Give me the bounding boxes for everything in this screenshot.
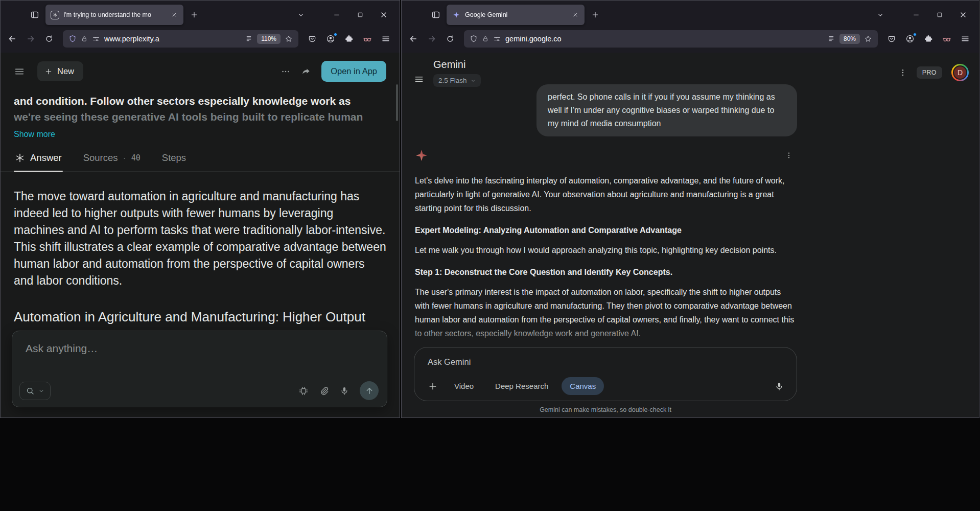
url-bar[interactable]: www.perplexity.a 110% xyxy=(63,30,298,48)
sidebar-menu-button[interactable] xyxy=(14,66,25,77)
sources-count: 40 xyxy=(131,153,141,162)
list-all-tabs-button[interactable] xyxy=(873,7,888,22)
window-controls xyxy=(325,5,395,25)
forward-button[interactable] xyxy=(22,30,39,48)
lock-icon[interactable] xyxy=(81,35,88,42)
add-button[interactable] xyxy=(425,378,441,394)
notification-dot xyxy=(334,33,337,36)
account-avatar[interactable]: D xyxy=(951,64,969,81)
perplexity-favicon-icon xyxy=(51,11,59,19)
perplexity-logo-icon xyxy=(15,153,25,163)
query-line-2: we're seeing these generative AI tools b… xyxy=(14,109,386,125)
chip-deep-research[interactable]: Deep Research xyxy=(487,377,556,395)
list-all-tabs-button[interactable] xyxy=(293,7,309,22)
bookmark-star-icon[interactable] xyxy=(285,35,293,43)
tab-title: I'm trying to understand the mo xyxy=(63,11,165,18)
search-mode-button[interactable] xyxy=(19,382,51,400)
bookmark-star-icon[interactable] xyxy=(864,35,872,43)
browser-tab[interactable]: Google Gemini xyxy=(447,5,585,25)
chip-video[interactable]: Video xyxy=(446,377,482,395)
firefox-view-button[interactable] xyxy=(27,7,42,22)
model-response: Let's delve into the fascinating interpl… xyxy=(415,174,797,340)
pocket-button[interactable] xyxy=(304,30,321,48)
tab-title: Google Gemini xyxy=(465,11,566,18)
zoom-indicator[interactable]: 80% xyxy=(839,34,860,44)
firefox-view-button[interactable] xyxy=(428,7,444,22)
account-button[interactable] xyxy=(322,30,339,48)
navigation-toolbar: www.perplexity.a 110% xyxy=(1,28,400,53)
user-message-bubble: perfect. So phone calls in it if you if … xyxy=(536,84,797,136)
extension-glasses-icon[interactable] xyxy=(359,30,376,48)
permissions-icon[interactable] xyxy=(92,35,100,43)
voice-input-button[interactable] xyxy=(339,386,349,396)
tab-close-button[interactable] xyxy=(169,10,179,20)
close-window-button[interactable] xyxy=(951,5,975,25)
new-tab-button[interactable] xyxy=(186,7,202,22)
extension-glasses-icon[interactable] xyxy=(938,30,955,48)
avatar-letter: D xyxy=(953,65,967,80)
tracking-protection-icon[interactable] xyxy=(68,35,77,43)
back-button[interactable] xyxy=(4,30,21,48)
tracking-protection-icon[interactable] xyxy=(470,35,478,43)
show-more-link[interactable]: Show more xyxy=(14,130,55,139)
navigation-toolbar: gemini.google.co 80% xyxy=(402,28,979,53)
answer-text: The move toward automation in agricultur… xyxy=(1,188,400,289)
pocket-button[interactable] xyxy=(883,30,900,48)
scrollbar-thumb[interactable] xyxy=(396,84,398,121)
new-thread-label: New xyxy=(57,66,74,76)
reload-button[interactable] xyxy=(441,30,459,48)
url-text: gemini.google.co xyxy=(505,35,823,43)
response-options-button[interactable] xyxy=(785,151,793,159)
submit-button[interactable] xyxy=(360,381,379,400)
perplexity-page: New Open in App and condition. Follow ot… xyxy=(1,53,400,417)
url-bar[interactable]: gemini.google.co 80% xyxy=(464,30,878,48)
attach-file-button[interactable] xyxy=(319,386,329,396)
back-button[interactable] xyxy=(405,30,422,48)
app-menu-button[interactable] xyxy=(377,30,394,48)
window-controls xyxy=(904,5,975,25)
permissions-icon[interactable] xyxy=(493,35,501,43)
app-menu-button[interactable] xyxy=(956,30,974,48)
reader-view-icon[interactable] xyxy=(245,35,253,43)
chip-canvas[interactable]: Canvas xyxy=(562,377,604,395)
account-button[interactable] xyxy=(901,30,919,48)
model-select-button[interactable] xyxy=(298,386,309,396)
reader-view-icon[interactable] xyxy=(827,35,835,43)
new-tab-button[interactable] xyxy=(588,7,603,22)
gemini-favicon-icon xyxy=(452,10,461,19)
gemini-sparkle-icon xyxy=(415,149,428,162)
zoom-indicator[interactable]: 110% xyxy=(257,34,281,44)
ask-input[interactable]: Ask anything… xyxy=(12,331,387,355)
input-toolbar xyxy=(19,381,379,400)
response-heading: Expert Modeling: Analyzing Automation an… xyxy=(415,223,797,237)
main-menu-button[interactable] xyxy=(414,74,424,84)
maximize-button[interactable] xyxy=(348,5,372,25)
more-options-button[interactable] xyxy=(281,66,291,77)
tab-close-button[interactable] xyxy=(570,10,580,20)
extensions-button[interactable] xyxy=(920,30,937,48)
header-more-button[interactable] xyxy=(898,68,907,77)
tab-steps[interactable]: Steps xyxy=(161,152,187,171)
gemini-page: Gemini 2.5 Flash PRO D perfect. So ph xyxy=(402,53,979,417)
close-window-button[interactable] xyxy=(372,5,395,25)
tab-bar: Google Gemini xyxy=(402,1,979,28)
minimize-button[interactable] xyxy=(904,5,928,25)
reload-button[interactable] xyxy=(40,30,58,48)
extensions-button[interactable] xyxy=(340,30,358,48)
tab-sources[interactable]: Sources · 40 xyxy=(82,152,142,171)
maximize-button[interactable] xyxy=(928,5,951,25)
forward-button[interactable] xyxy=(423,30,440,48)
open-in-app-button[interactable]: Open in App xyxy=(321,61,386,82)
minimize-button[interactable] xyxy=(325,5,348,25)
lock-icon[interactable] xyxy=(482,35,489,42)
browser-tab[interactable]: I'm trying to understand the mo xyxy=(45,5,183,25)
voice-input-button[interactable] xyxy=(771,378,787,394)
firefox-window-gemini: Google Gemini gemini.google.co 8 xyxy=(401,0,979,418)
share-button[interactable] xyxy=(301,66,311,77)
new-thread-button[interactable]: New xyxy=(37,61,83,81)
page-header: Gemini 2.5 Flash PRO D xyxy=(402,53,979,87)
page-header: New Open in App xyxy=(1,53,400,82)
tab-answer[interactable]: Answer xyxy=(14,152,63,171)
tab-steps-label: Steps xyxy=(162,152,186,164)
ask-gemini-input[interactable]: Ask Gemini xyxy=(414,347,797,367)
